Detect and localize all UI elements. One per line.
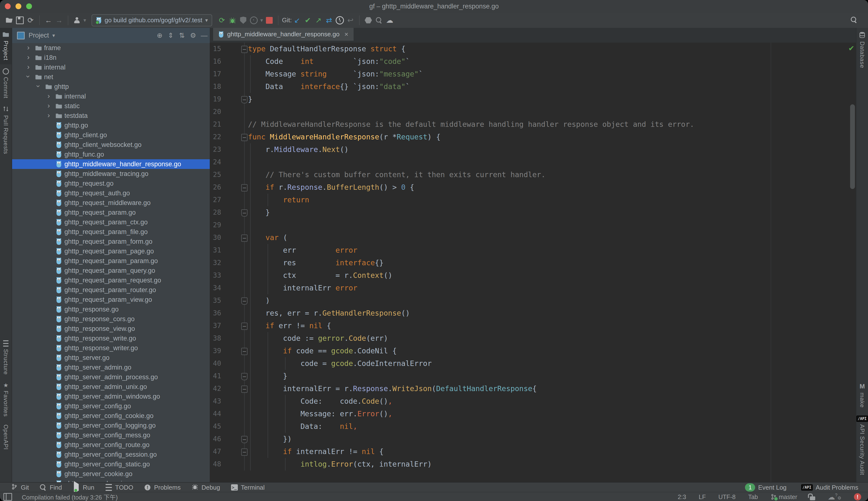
code-line-44[interactable]: 44 Message: err.Error(), (210, 407, 856, 420)
tree-item-net[interactable]: ›net (12, 72, 210, 82)
tool-window-button-todo[interactable]: TODO (105, 484, 134, 491)
code-line-17[interactable]: 17 Message string `json:"message"` (210, 68, 856, 81)
code-area[interactable]: 15type DefaultHandlerResponse struct {16… (210, 43, 856, 482)
tree-item-ghttp_request_param_router.go[interactable]: ghttp_request_param_router.go (12, 285, 210, 295)
tool-strip-button-openapi[interactable]: OpenAPI (0, 420, 12, 454)
tool-window-button-find[interactable]: Find (40, 484, 62, 491)
tree-item-ghttp[interactable]: ›ghttp (12, 82, 210, 92)
fold-end-icon[interactable] (221, 206, 244, 219)
run-configuration-select[interactable]: go build github.com/gogf/gf/v2/.test ▾ (92, 14, 212, 26)
tree-item-internal[interactable]: ›internal (12, 92, 210, 101)
profiler-icon[interactable] (249, 15, 259, 26)
tree-item-ghttp_request_param_request.go[interactable]: ghttp_request_param_request.go (12, 275, 210, 285)
file-encoding[interactable]: UTF-8 (718, 493, 735, 501)
tab-ghttp-middleware-handler-response[interactable]: ghttp_middleware_handler_response.go × (213, 28, 354, 41)
git-update-icon[interactable]: ↙ (292, 15, 303, 26)
fold-start-icon[interactable] (221, 43, 244, 55)
fold-end-icon[interactable] (221, 93, 244, 106)
line-ending[interactable]: LF (699, 493, 706, 501)
chevron-down-icon[interactable]: ▾ (52, 32, 55, 39)
save-all-icon[interactable] (14, 15, 25, 26)
rollback-icon[interactable]: ↩ (345, 15, 356, 26)
rerun-icon[interactable]: ⟳ (217, 15, 227, 26)
settings-gear-icon[interactable]: ⚙ (187, 31, 199, 40)
chevron-collapsed-icon[interactable]: › (44, 92, 54, 100)
tool-strip-button-database[interactable]: Database (856, 28, 868, 72)
tree-item-ghttp_server.go[interactable]: ghttp_server.go (12, 353, 210, 363)
code-line-43[interactable]: 43 Code: code.Code(), (210, 395, 856, 407)
code-line-20[interactable]: 20 (210, 106, 856, 118)
open-folder-icon[interactable] (4, 15, 14, 26)
code-line-28[interactable]: 28 } (210, 206, 856, 219)
tree-item-ghttp_middleware_tracing.go[interactable]: ghttp_middleware_tracing.go (12, 169, 210, 179)
tree-item-ghttp_response_write.go[interactable]: ghttp_response_write.go (12, 333, 210, 343)
fold-start-icon[interactable] (221, 445, 244, 458)
forward-icon[interactable]: → (54, 15, 64, 26)
tree-item-ghttp_request_param_query.go[interactable]: ghttp_request_param_query.go (12, 266, 210, 275)
tool-strip-button-api-security-audit[interactable]: /APIAPI Security Audit (856, 412, 868, 479)
code-line-15[interactable]: 15type DefaultHandlerResponse struct { (210, 43, 856, 55)
sync-refresh-icon[interactable]: ⟳ (25, 15, 36, 26)
unlock-icon[interactable] (810, 497, 815, 500)
tree-item-ghttp_server_config_session.go[interactable]: ghttp_server_config_session.go (12, 450, 210, 459)
tree-item-ghttp_response_writer.go[interactable]: ghttp_response_writer.go (12, 343, 210, 353)
project-panel-header[interactable]: Project ▾ ⊕ ⇕ ⇅ ⚙ ― (12, 28, 210, 43)
tree-item-ghttp_response_cors.go[interactable]: ghttp_response_cors.go (12, 314, 210, 324)
tree-item-ghttp_request_param_view.go[interactable]: ghttp_request_param_view.go (12, 295, 210, 305)
tree-item-ghttp_request_param.go[interactable]: ghttp_request_param.go (12, 208, 210, 217)
code-line-38[interactable]: 38 code := gerror.Code(err) (210, 332, 856, 345)
tree-item-ghttp_server_domain.go[interactable]: ghttp_server_domain.go (12, 479, 210, 482)
tree-item-ghttp_server_config_static.go[interactable]: ghttp_server_config_static.go (12, 459, 210, 469)
user-caret-icon[interactable]: ▾ (82, 15, 87, 26)
tree-item-ghttp_request_param_param.go[interactable]: ghttp_request_param_param.go (12, 256, 210, 266)
code-line-39[interactable]: 39 if code == gcode.CodeNil { (210, 345, 856, 357)
back-icon[interactable]: ← (43, 15, 54, 26)
history-clock-icon[interactable] (334, 15, 345, 26)
tree-item-ghttp_client.go[interactable]: ghttp_client.go (12, 130, 210, 140)
git-merge-icon[interactable]: ⇄ (324, 15, 334, 26)
fold-start-icon[interactable] (221, 181, 244, 194)
chevron-collapsed-icon[interactable]: › (44, 102, 54, 110)
fold-end-icon[interactable] (221, 370, 244, 382)
editor-scrollbar[interactable] (850, 104, 855, 189)
tool-window-button-problems[interactable]: !Problems (144, 484, 181, 491)
run-with-coverage-icon[interactable] (238, 15, 249, 26)
code-line-45[interactable]: 45 Data: nil, (210, 420, 856, 433)
tree-item-ghttp_request_param_page.go[interactable]: ghttp_request_param_page.go (12, 246, 210, 256)
build-icon[interactable] (363, 15, 374, 26)
expand-all-icon[interactable]: ⇕ (165, 31, 176, 40)
tool-window-button-terminal[interactable]: >_Terminal (231, 484, 265, 491)
chevron-collapsed-icon[interactable]: › (23, 63, 33, 71)
inspection-ok-icon[interactable]: ✔ (848, 44, 855, 53)
tool-window-switcher-icon[interactable] (3, 493, 12, 501)
tree-item-ghttp.go[interactable]: ghttp.go (12, 120, 210, 130)
tool-strip-button-commit[interactable]: Commit (0, 64, 12, 103)
tool-strip-button-project[interactable]: Project (0, 28, 12, 64)
tool-window-button-git[interactable]: Git (11, 484, 29, 491)
code-line-29[interactable]: 29 (210, 219, 856, 231)
code-line-42[interactable]: 42 internalErr = r.Response.WriteJson(De… (210, 382, 856, 395)
code-line-21[interactable]: 21// MiddlewareHandlerResponse is the de… (210, 118, 856, 131)
tree-item-ghttp_func.go[interactable]: ghttp_func.go (12, 150, 210, 159)
close-tab-icon[interactable]: × (344, 31, 348, 38)
fold-start-icon[interactable] (221, 231, 244, 244)
tree-item-frame[interactable]: ›frame (12, 43, 210, 53)
caret-position[interactable]: 2:3 (678, 493, 686, 501)
code-line-34[interactable]: 34 internalErr error (210, 282, 856, 294)
search-everywhere-icon[interactable] (849, 14, 859, 25)
code-line-47[interactable]: 47 if internalErr != nil { (210, 445, 856, 458)
status-message[interactable]: Compilation failed (today 3:26 下午) (22, 492, 118, 501)
user-profile-icon[interactable] (72, 15, 82, 26)
chevron-collapsed-icon[interactable]: › (23, 43, 33, 52)
chevron-expanded-icon[interactable]: › (24, 71, 32, 82)
fold-start-icon[interactable] (221, 319, 244, 332)
code-line-36[interactable]: 36 res, err = r.GetHandlerResponse() (210, 307, 856, 319)
chevron-expanded-icon[interactable]: › (34, 81, 43, 91)
code-line-18[interactable]: 18 Data interface{} `json:"data"` (210, 81, 856, 93)
tool-window-button-debug[interactable]: Debug (191, 484, 220, 491)
collapse-all-icon[interactable]: ⇅ (176, 31, 187, 40)
profiler-caret-icon[interactable]: ▾ (259, 15, 264, 26)
code-line-46[interactable]: 46 }) (210, 433, 856, 445)
code-line-48[interactable]: 48 intlog.Error(ctx, internalErr) (210, 458, 856, 470)
tree-item-internal[interactable]: ›internal (12, 62, 210, 72)
